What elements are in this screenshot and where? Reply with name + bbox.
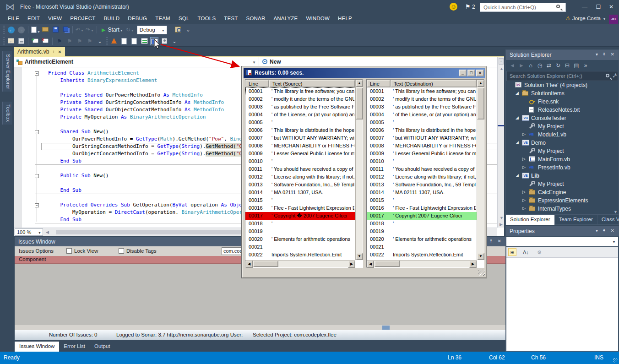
tree-item-expressionelements[interactable]: ▷ExpressionElements — [506, 196, 619, 205]
scroll-right-icon[interactable]: ▶ — [348, 261, 355, 268]
result-row[interactable]: 00018' — [367, 220, 477, 228]
tree-item-flee-snk[interactable]: Flee.snk — [506, 98, 619, 106]
indicator-margin[interactable] — [14, 67, 22, 228]
scrollbar-thumb[interactable] — [356, 87, 363, 120]
solution-explorer-search-input[interactable]: Search Solution Explorer (Ctrl+;) ▼ — [506, 71, 618, 81]
types-dropdown[interactable]: ArithmeticElement ▼ — [14, 57, 259, 67]
tree-item-my-project[interactable]: My Project — [506, 122, 619, 130]
scroll-down-icon[interactable]: ▼ — [500, 216, 504, 220]
result-row[interactable]: 00008' MERCHANTABILITY or FITNESS FOR — [367, 142, 477, 150]
expander-expanded-icon[interactable]: ◢ — [516, 173, 519, 178]
find-in-files-icon[interactable] — [174, 26, 182, 34]
disable-tags-checkbox[interactable] — [119, 248, 124, 254]
source-horizontal-scrollbar[interactable]: ◀ ▶ — [245, 260, 355, 267]
result-row[interactable]: 00009' Lesser General Public License for… — [367, 150, 477, 158]
tab-arithmetic-vb[interactable]: Arithmetic.vb+✕ — [14, 47, 65, 57]
toolbar-grip[interactable] — [3, 26, 5, 34]
result-row[interactable]: 00001' This library is free software; yo… — [245, 87, 355, 95]
new-file-icon[interactable]: ▼ — [31, 26, 39, 34]
close-button[interactable]: ✕ — [606, 3, 616, 11]
bottom-tab-issues-window[interactable]: Issues Window — [15, 342, 59, 352]
destination-vertical-scrollbar[interactable]: ▲ ▼ — [477, 80, 484, 260]
open-file-icon[interactable] — [41, 26, 49, 34]
add-tag-icon[interactable] — [31, 37, 39, 45]
tree-item-my-project[interactable]: My Project — [506, 180, 619, 188]
notifications-flag-icon[interactable]: ⚑ — [465, 3, 471, 10]
maximize-button[interactable]: ☐ — [593, 3, 603, 11]
expander-expanded-icon[interactable]: ◢ — [516, 140, 519, 145]
se-refresh-icon[interactable]: ↻ — [554, 60, 563, 71]
window-resize-grip[interactable] — [613, 358, 618, 363]
avatar[interactable]: JC — [609, 15, 618, 24]
explorer-tab-class-view[interactable]: Class View — [597, 215, 619, 225]
close-tab-icon[interactable]: ✕ — [58, 49, 61, 54]
outlining-collapse-icon[interactable]: − — [35, 174, 39, 178]
sonar-flame-icon[interactable] — [110, 37, 118, 45]
result-row[interactable]: 00014' MA 02111-1307, USA. — [245, 189, 355, 196]
lock-view-checkbox[interactable] — [66, 248, 72, 254]
expander-collapsed-icon[interactable]: ▷ — [522, 190, 526, 194]
menu-tools[interactable]: TOOLS — [194, 14, 220, 21]
result-row[interactable]: 00020' Elements for arithmetic operation… — [367, 235, 477, 243]
pane-window-controls[interactable]: ▾ 🖈 ✕ — [596, 228, 616, 233]
toolbar-overflow-icon[interactable]: ⌄ — [184, 26, 192, 34]
expander-collapsed-icon[interactable]: ▷ — [522, 165, 526, 169]
remove-tag-icon[interactable] — [41, 37, 49, 45]
explorer-tab-solution-explorer[interactable]: Solution Explorer — [506, 215, 555, 225]
result-row[interactable]: 00022Imports System.Reflection.Emit — [245, 251, 355, 259]
dialog-close-button[interactable]: × — [476, 70, 484, 76]
sonar-compare-results-icon[interactable] — [150, 37, 158, 45]
sonar-build-icon[interactable] — [120, 37, 128, 45]
scrollbar-thumb[interactable] — [253, 261, 278, 267]
bottom-tab-output[interactable]: Output — [90, 342, 115, 352]
result-row[interactable]: 00013' Software Foundation, Inc., 59 Tem… — [367, 181, 477, 189]
results-dialog[interactable]: Results: 0.00 secs. _ □ × Line Text (Sou… — [242, 66, 487, 278]
menu-file[interactable]: FILE — [4, 14, 23, 21]
se-sync-icon[interactable]: ⇄ — [544, 60, 554, 71]
result-row[interactable]: 00002' modify it under the terms of the … — [367, 95, 477, 103]
object-selector-combo[interactable]: ▼ — [506, 237, 618, 246]
pane-window-controls[interactable]: ▾ 🖈 ✕ — [596, 52, 616, 57]
scroll-right-icon[interactable]: ▶ — [469, 261, 477, 268]
result-row[interactable]: 00013' Software Foundation, Inc., 59 Tem… — [245, 181, 355, 189]
sonar-build-local-icon[interactable] — [130, 37, 138, 45]
scroll-left-icon[interactable]: ◀ — [367, 261, 374, 268]
tree-item-solutionitems[interactable]: ◢SolutionItems — [506, 89, 619, 98]
sonar-issues-list-icon[interactable] — [140, 37, 148, 45]
line-column-header[interactable]: Line — [367, 80, 391, 87]
result-row[interactable]: 00022Imports System.Reflection.Emit — [367, 251, 477, 259]
source-vertical-scrollbar[interactable]: ▲ ▼ — [355, 80, 363, 260]
tree-item-calcengine[interactable]: ▷CalcEngine — [506, 188, 619, 196]
editor-zoom-combo[interactable]: 100 % ▼ — [15, 228, 43, 236]
map-mode-icon[interactable]: ▶ — [500, 222, 503, 227]
menu-edit[interactable]: EDIT — [23, 14, 44, 21]
undo-icon[interactable]: ↶▼ — [76, 26, 84, 34]
split-editor-handle[interactable]: ÷ — [499, 58, 504, 65]
result-row[interactable]: 00011' You should have received a copy o… — [245, 165, 355, 173]
menu-project[interactable]: PROJECT — [66, 14, 99, 21]
outlining-collapse-icon[interactable]: − — [35, 203, 39, 207]
outlining-collapse-icon[interactable]: − — [35, 130, 39, 134]
result-row[interactable]: 00003' as published by the Free Software… — [367, 103, 477, 111]
result-row[interactable]: 00009' Lesser General Public License for… — [245, 150, 355, 158]
issues-horizontal-scrollbar[interactable] — [15, 325, 505, 330]
result-row[interactable]: 00017' Copyright � 2007 Eugene Ciloci — [245, 212, 355, 220]
se-overflow-icon[interactable]: » — [581, 60, 590, 71]
bookmark-icon[interactable]: ⚑ — [55, 37, 64, 45]
save-all-icon[interactable] — [61, 26, 70, 34]
result-row[interactable]: 00005' — [245, 119, 355, 126]
result-row[interactable]: 00003' as published by the Free Software… — [245, 103, 355, 111]
expander-collapsed-icon[interactable]: ▷ — [522, 132, 526, 136]
expander-collapsed-icon[interactable]: ▷ — [522, 198, 526, 202]
scroll-up-icon[interactable]: ▲ — [500, 66, 504, 71]
outlining-collapse-icon[interactable]: − — [35, 71, 39, 76]
destination-list[interactable]: Line Text (Destination) 00001' This libr… — [366, 79, 484, 268]
result-row[interactable]: 00004' of the License, or (at your optio… — [367, 111, 477, 119]
line-column-header[interactable]: Line — [245, 80, 269, 87]
menu-window[interactable]: WINDOW — [302, 14, 334, 21]
destination-horizontal-scrollbar[interactable]: ◀ ▶ — [367, 260, 477, 267]
result-row[interactable]: 00010' — [245, 158, 355, 165]
results-dialog-title-bar[interactable]: Results: 0.00 secs. _ □ × — [244, 68, 485, 78]
tree-item-lib[interactable]: ◢VBLib — [506, 172, 619, 180]
result-row[interactable]: 00017' Copyright 2007 Eugene Ciloci — [367, 212, 477, 220]
